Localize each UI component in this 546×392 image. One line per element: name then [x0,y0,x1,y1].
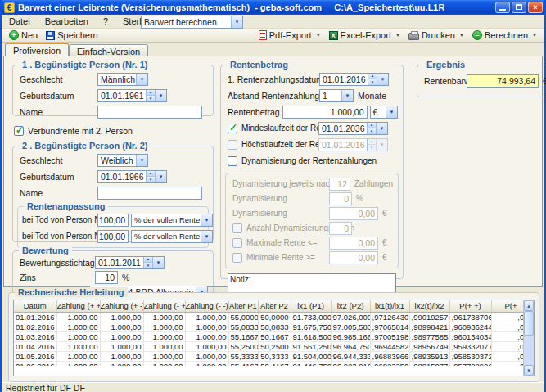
table-cell: ,9601340343 [449,331,491,341]
column-header: P(+ +) [449,300,491,312]
name2-input[interactable] [97,187,202,200]
table-row[interactable]: 01.02.20161.000,001.000,001.000,001.000,… [14,322,523,331]
chevron-down-icon[interactable]: ▼ [155,90,166,101]
scrollbar-track[interactable] [524,336,534,365]
dyn-betrag-label: Dynamisierung [232,209,329,218]
chevron-down-icon[interactable]: ▼ [155,171,166,182]
ergebnis-legend: Ergebnis [423,60,468,70]
group-person1: 1 . Begünstigte Person (Nr. 1) Geschlech… [12,65,214,116]
speichern-button[interactable]: Speichern [42,29,102,42]
chevron-down-icon[interactable]: ▼ [377,74,388,85]
tab-einfach-version[interactable]: Einfach-Version [69,44,148,56]
zins-unit: % [122,273,129,282]
table-cell: 1.000,00 [56,331,100,341]
spinner-updown-icon[interactable]: ▲▼ [146,90,155,101]
hoechst-label: Höchstlaufzeit der Rente [241,140,318,149]
maximize-button[interactable] [512,2,526,13]
mindest-checkbox[interactable] [228,124,237,133]
chevron-down-icon[interactable]: ▼ [136,155,147,166]
menu-hilfe[interactable]: ? [96,16,115,27]
table-cell: 1.000,00 [143,341,185,351]
excel-export-button[interactable]: X Excel-Export ▼ [325,29,404,42]
tod-person1-unit-select[interactable]: % der vollen Rente ▼ [131,214,213,227]
chevron-down-icon[interactable]: ▼ [201,214,212,226]
chevron-down-icon[interactable]: ▼ [386,106,397,118]
tod-person2-unit-select[interactable]: % der vollen Rente ▼ [131,230,213,243]
action-combobox-value: Barwert berechnen [142,16,231,28]
drucken-button[interactable]: Drucken ▼ [404,29,468,42]
table-cell: 91.504,0000 [291,351,331,361]
dyn-prozent-unit: % [356,194,363,203]
zins-input[interactable]: 10 [95,271,118,284]
chevron-down-icon[interactable]: ▼ [395,33,400,38]
max-rente-label: Maximale Rente <= [246,238,329,247]
betrag-input[interactable]: 1.000,00 [282,106,368,119]
betrag-currency-select[interactable]: € ▼ [370,106,399,119]
table-row[interactable]: 01.06.20161.000,001.000,001.000,001.000,… [14,361,523,366]
table-cell: ,9688396667 [370,351,409,361]
spinner-updown-icon[interactable]: ▲▼ [368,74,377,85]
pdf-page-icon [259,30,267,40]
table-cell: 1.000,00 [185,351,228,361]
scroll-down-icon[interactable]: ▼ [524,365,534,376]
table-row[interactable]: 01.03.20161.000,001.000,001.000,001.000,… [14,331,523,341]
minimize-button[interactable] [495,2,510,13]
chevron-down-icon[interactable]: ▼ [376,123,387,134]
geburtsdatum2-datepicker[interactable]: 01.01.1966 ▲▼ ▼ [97,170,167,183]
chevron-down-icon[interactable]: ▼ [152,257,164,268]
chevron-down-icon[interactable]: ▼ [316,33,321,38]
stufen-checkbox [232,223,242,233]
dyn-nach-label: Dynamisierung jeweils nach [232,179,329,188]
table-cell: 1.000,00 [100,341,143,351]
column-header: Alter P2 [258,300,291,312]
verbundrente-checkbox[interactable] [14,126,24,136]
table-row[interactable]: 01.01.20161.000,001.000,001.000,001.000,… [14,312,523,322]
tab-profiversion[interactable]: Profiversion [5,43,69,56]
spinner-updown-icon[interactable]: ▲▼ [146,171,155,182]
chevron-down-icon[interactable]: ▼ [532,33,537,38]
chevron-down-icon[interactable]: ▼ [201,231,212,242]
berechnen-button[interactable]: = Berechnen ▼ [468,29,541,42]
geschlecht2-select[interactable]: Weiblich ▼ [97,154,148,167]
rentenbarwert-unit: € [543,76,546,86]
table-row[interactable]: 01.05.20161.000,001.000,001.000,001.000,… [14,351,523,361]
chevron-down-icon[interactable]: ▼ [231,16,242,28]
dynamisierung-checkbox[interactable] [228,156,237,166]
stichtag-datepicker[interactable]: 01.01.2011 ▲▼ ▼ [95,256,165,269]
spinner-updown-icon[interactable]: ▲▼ [143,257,152,268]
tod-person2-label: bei Tod von Person Nr. 2 [22,232,97,241]
zahlungsdatum-datepicker[interactable]: 01.01.2016 ▲▼ ▼ [319,73,389,86]
pdf-export-button[interactable]: Pdf-Export ▼ [255,29,325,42]
table-cell: ,9712643070 [370,312,409,322]
scroll-up-icon[interactable]: ▲ [524,300,534,311]
column-header: Zahlung (+ -) [100,300,143,312]
close-button[interactable]: × [528,2,543,13]
menu-datei[interactable]: Datei [2,16,38,27]
tod-person2-input[interactable]: 100,00 [97,230,129,243]
chevron-down-icon[interactable]: ▼ [136,74,147,85]
table-row[interactable]: 01.04.20161.000,001.000,001.000,001.000,… [14,341,523,351]
chevron-down-icon[interactable]: ▼ [341,90,353,101]
mindest-datepicker[interactable]: 01.01.2036 ▲▼ ▼ [318,122,388,135]
spinner-updown-icon[interactable]: ▲▼ [367,123,376,134]
hoechst-checkbox[interactable] [228,140,237,150]
table-cell: 55,3333 [228,351,258,361]
table-cell: 50,1667 [258,331,291,341]
action-combobox[interactable]: Barwert berechnen ▼ [141,16,243,29]
vertical-scrollbar[interactable]: ▲ ▼ [523,300,534,376]
printer-icon [408,33,419,40]
abstand-select[interactable]: 1 ▼ [319,89,354,102]
table-cell: 1.000,00 [143,322,185,331]
menu-bearbeiten[interactable]: Bearbeiten [38,16,96,27]
table-cell: 50,0000 [258,312,291,322]
neu-button[interactable]: + Neu [5,29,42,42]
name1-input[interactable] [97,106,202,119]
chevron-down-icon[interactable]: ▼ [459,33,464,38]
geburtsdatum1-datepicker[interactable]: 01.01.1961 ▲▼ ▼ [97,89,167,102]
table-cell: 55,1667 [228,331,258,341]
geschlecht1-select[interactable]: Männlich ▼ [97,73,148,86]
status-text: Registriert für DF DF [6,383,85,392]
tod-person1-input[interactable]: 100,00 [97,214,129,227]
scrollbar-thumb[interactable] [524,311,534,336]
betrag-currency-value: € [371,106,386,118]
